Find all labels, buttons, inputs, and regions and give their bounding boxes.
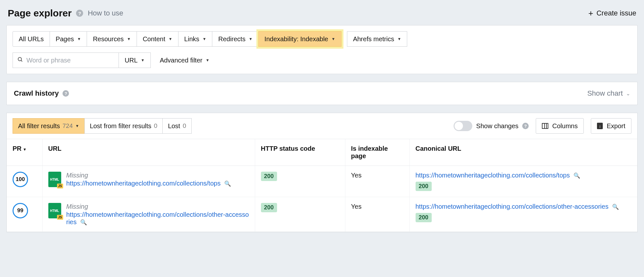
- caret-down-icon: ▼: [203, 37, 207, 41]
- col-header-canonical[interactable]: Canonical URL: [409, 139, 637, 166]
- create-issue-button[interactable]: + Create issue: [588, 9, 636, 17]
- crawl-history-panel: Crawl history ? Show chart ⌄: [6, 82, 638, 105]
- columns-button[interactable]: Columns: [536, 118, 584, 134]
- col-header-pr[interactable]: PR▼: [7, 139, 42, 166]
- canonical-url-link[interactable]: https://hometownheritageclothing.com/col…: [416, 203, 619, 210]
- inspect-icon[interactable]: 🔍: [573, 173, 580, 179]
- tab-lost-from-filter-label: Lost from filter results: [90, 122, 151, 130]
- filter-pages-label: Pages: [56, 35, 74, 43]
- search-input-wrapper[interactable]: [13, 53, 119, 68]
- page-url-link[interactable]: https://hometownheritageclothing.com/col…: [66, 211, 249, 226]
- page-title: Page explorer: [8, 8, 72, 19]
- col-header-http-label: HTTP status code: [261, 145, 315, 152]
- html-file-icon: HTML: [48, 172, 61, 187]
- table-header-row: PR▼ URL HTTP status code Is indexable pa…: [7, 139, 637, 166]
- col-header-url[interactable]: URL: [42, 139, 255, 166]
- filter-all-urls-label: All URLs: [19, 35, 44, 43]
- page-title-missing: Missing: [66, 172, 231, 179]
- results-panel: All filter results 724 ▼ Lost from filte…: [6, 113, 638, 232]
- inspect-icon[interactable]: 🔍: [612, 204, 619, 210]
- filter-links-label: Links: [184, 35, 199, 43]
- inspect-icon[interactable]: 🔍: [80, 219, 87, 225]
- pr-badge: 100: [13, 172, 28, 187]
- tab-lost-from-filter[interactable]: Lost from filter results 0: [84, 118, 163, 134]
- tab-lost-label: Lost: [168, 122, 180, 130]
- help-icon[interactable]: ?: [76, 10, 83, 17]
- filter-row: All URLs Pages ▼ Resources ▼ Content ▼ L…: [13, 31, 631, 47]
- caret-down-icon: ▼: [397, 37, 401, 41]
- caret-down-icon: ▼: [127, 37, 131, 41]
- search-scope-url[interactable]: URL ▼: [119, 53, 151, 68]
- show-chart-toggle[interactable]: Show chart ⌄: [587, 89, 630, 98]
- filter-ahrefs-metrics[interactable]: Ahrefs metrics ▼: [347, 31, 408, 47]
- filter-ahrefs-metrics-label: Ahrefs metrics: [353, 35, 394, 43]
- filter-indexability-label: Indexability: Indexable: [264, 35, 328, 43]
- export-label: Export: [607, 122, 625, 130]
- search-group: URL ▼: [13, 53, 151, 68]
- caret-down-icon: ▼: [77, 37, 81, 41]
- results-toolbar: All filter results 724 ▼ Lost from filte…: [7, 113, 637, 139]
- filter-indexability[interactable]: Indexability: Indexable ▼: [258, 31, 341, 47]
- filter-resources[interactable]: Resources ▼: [87, 31, 137, 47]
- tab-lost-from-filter-count: 0: [154, 122, 158, 129]
- page-title-missing: Missing: [66, 203, 249, 210]
- svg-line-1: [21, 60, 22, 62]
- caret-down-icon: ▼: [75, 124, 79, 128]
- tab-all-filter-results[interactable]: All filter results 724 ▼: [13, 118, 85, 134]
- search-icon: [17, 57, 23, 64]
- col-header-url-label: URL: [48, 145, 62, 152]
- columns-label: Columns: [552, 122, 578, 130]
- caret-down-icon: ▼: [206, 58, 209, 62]
- filter-content-label: Content: [143, 35, 165, 43]
- sort-desc-icon: ▼: [23, 147, 27, 152]
- filter-links[interactable]: Links ▼: [178, 31, 213, 47]
- search-scope-label: URL: [125, 57, 138, 64]
- crawl-history-title: Crawl history: [14, 89, 59, 98]
- indexable-value: Yes: [351, 203, 362, 210]
- table-row: 100 HTML Missing https://hometownheritag…: [7, 166, 637, 197]
- filter-all-urls[interactable]: All URLs: [13, 31, 50, 47]
- tab-all-filter-count: 724: [62, 122, 73, 129]
- http-status-badge: 200: [261, 172, 277, 181]
- chevron-down-icon: ⌄: [626, 91, 630, 97]
- advanced-filter-label: Advanced filter: [160, 57, 202, 64]
- filter-redirects[interactable]: Redirects ▼: [212, 31, 258, 47]
- indexable-value: Yes: [351, 172, 362, 179]
- advanced-filter-button[interactable]: Advanced filter ▼: [158, 53, 211, 68]
- help-icon[interactable]: ?: [62, 90, 69, 97]
- page-url-link[interactable]: https://hometownheritageclothing.com/col…: [66, 180, 231, 187]
- export-button[interactable]: ↓ Export: [591, 118, 631, 134]
- filter-resources-label: Resources: [93, 35, 124, 43]
- col-header-indexable[interactable]: Is indexable page: [345, 139, 409, 166]
- http-status-badge: 200: [261, 203, 277, 212]
- caret-down-icon: ▼: [332, 37, 335, 41]
- col-header-indexable-label: Is indexable page: [351, 145, 388, 159]
- canonical-status-badge: 200: [416, 182, 432, 191]
- table-row: 99 HTML Missing https://hometownheritage…: [7, 197, 637, 232]
- caret-down-icon: ▼: [168, 37, 172, 41]
- tab-lost[interactable]: Lost 0: [162, 118, 191, 134]
- inspect-icon[interactable]: 🔍: [224, 181, 231, 187]
- tab-lost-count: 0: [183, 122, 186, 129]
- columns-icon: [542, 123, 548, 129]
- caret-down-icon: ▼: [249, 37, 253, 41]
- canonical-status-badge: 200: [416, 213, 432, 222]
- help-icon[interactable]: ?: [522, 123, 529, 129]
- show-changes-toggle[interactable]: [454, 121, 472, 131]
- plus-icon: +: [588, 9, 593, 17]
- show-chart-label: Show chart: [587, 89, 623, 98]
- filter-pages[interactable]: Pages ▼: [50, 31, 87, 47]
- how-to-use-link[interactable]: How to use: [88, 9, 123, 17]
- export-icon: ↓: [597, 123, 603, 129]
- html-file-icon: HTML: [48, 203, 61, 218]
- col-header-canonical-label: Canonical URL: [416, 145, 461, 152]
- results-table: PR▼ URL HTTP status code Is indexable pa…: [7, 139, 637, 232]
- tab-all-filter-label: All filter results: [18, 122, 60, 130]
- col-header-http[interactable]: HTTP status code: [255, 139, 345, 166]
- filter-redirects-label: Redirects: [218, 35, 245, 43]
- filter-content[interactable]: Content ▼: [137, 31, 178, 47]
- show-changes-label: Show changes: [476, 122, 518, 130]
- search-input[interactable]: [26, 57, 114, 64]
- canonical-url-link[interactable]: https://hometownheritageclothing.com/col…: [416, 172, 581, 179]
- col-header-pr-label: PR: [13, 145, 22, 152]
